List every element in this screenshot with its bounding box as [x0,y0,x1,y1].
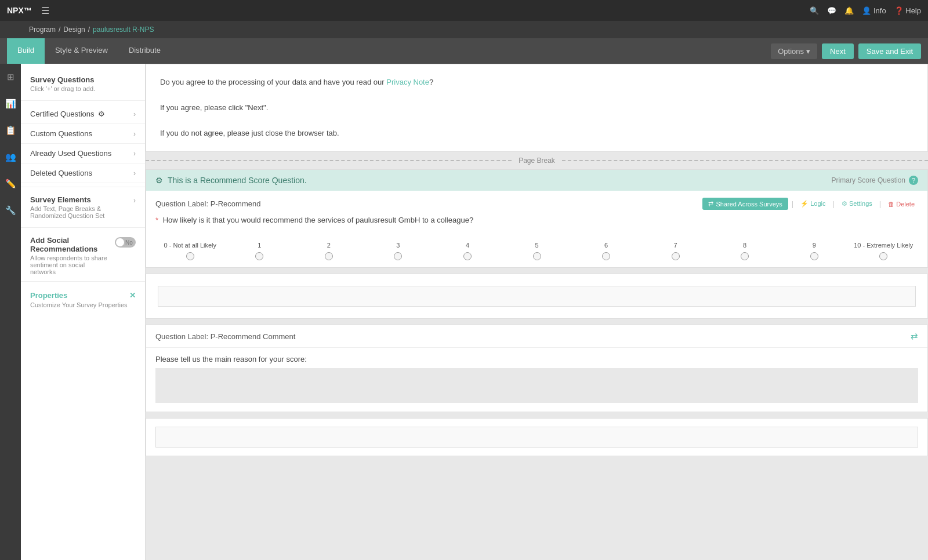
user-info[interactable]: 👤 Info [862,6,886,15]
nps-col-4: 4 [433,231,502,260]
comment-label: Question Label: P-Recommend Comment [155,332,295,341]
help-button[interactable]: ❓ Help [894,6,921,15]
sidebar-survey-questions-section: Survey Questions Click '+' or drag to ad… [21,71,145,97]
nps-label-0: 0 - Not at all Likely [164,231,216,249]
nps-col-0: 0 - Not at all Likely [155,231,225,260]
separator-2: | [833,199,835,208]
help-icon-nps[interactable]: ? [909,176,918,185]
nps-radio-3[interactable] [394,252,402,260]
chart-icon[interactable]: 📊 [0,95,21,112]
app-logo: NPX™ [7,6,32,15]
tabs: Build Style & Preview Distribute [7,38,171,64]
consent-block: Do you agree to the processing of your d… [146,64,928,152]
breadcrumb-sep-1: / [59,26,60,34]
bell-icon[interactable]: 🔔 [844,6,854,15]
nps-radio-0[interactable] [186,252,194,260]
tools-icon[interactable]: 🔧 [0,202,21,219]
comment-body: Please tell us the main reason for your … [146,348,927,412]
nps-radio-6[interactable] [602,252,610,260]
shared-across-surveys-button[interactable]: ⇄ Shared Across Surveys [702,198,788,210]
consent-text: Do you agree to the processing of your d… [160,76,913,140]
privacy-note-link[interactable]: Privacy Note [386,78,429,86]
nps-col-9: 9 [780,231,849,260]
tab-build[interactable]: Build [7,38,45,64]
nps-radio-7[interactable] [672,252,680,260]
comment-header: Question Label: P-Recommend Comment ⇄ [146,325,927,348]
question-header-right: Primary Score Question ? [832,176,918,185]
next-button[interactable]: Next [822,43,854,59]
comment-textarea[interactable] [155,368,918,403]
settings-icon: ⚙ [842,200,847,207]
home-icon[interactable]: ⊞ [0,68,21,86]
nps-radio-10[interactable] [879,252,887,260]
nps-label-4: 4 [466,231,469,249]
users-icon[interactable]: 👥 [0,148,21,166]
survey-questions-title: Survey Questions [30,75,136,84]
nps-scale: 0 - Not at all Likely 1 2 3 4 5 6 7 8 [155,231,918,260]
sidebar-item-certified[interactable]: Certified Questions ⚙ › [21,104,145,124]
sidebar-social-section: Add Social Recommendations Allow respond… [21,231,145,278]
separator-1: | [792,199,793,208]
deleted-label: Deleted Questions [30,169,92,177]
breadcrumb-design[interactable]: Design [63,26,85,34]
social-toggle[interactable]: No [115,237,136,248]
consent-line1: Do you agree to the processing of your d… [160,76,913,89]
nps-label-5: 5 [535,231,538,249]
list-icon[interactable]: 📋 [0,122,21,139]
settings-button[interactable]: ⚙ Settings [838,198,876,210]
trash-icon: 🗑 [888,201,894,208]
main-layout: ⊞ 📊 📋 👥 ✏️ 🔧 Survey Questions Click '+' … [0,64,928,560]
empty-input-1[interactable] [158,286,916,307]
tab-style-preview[interactable]: Style & Preview [45,38,118,64]
required-marker: * [155,216,158,224]
nps-label-9: 9 [813,231,816,249]
topbar-left: NPX™ ☰ [7,5,49,16]
save-exit-button[interactable]: Save and Exit [858,43,921,59]
nps-label-2: 2 [327,231,331,249]
question-actions: ⇄ Shared Across Surveys | ⚡ Logic | ⚙ Se… [702,198,918,210]
custom-label: Custom Questions [30,129,92,138]
chevron-right-icon-3: › [133,150,136,158]
share-icon: ⇄ [708,200,713,208]
chevron-right-icon-2: › [133,130,136,138]
nps-radio-8[interactable] [741,252,749,260]
question-header: ⚙ This is a Recommend Score Question. Pr… [146,170,927,191]
search-icon[interactable]: 🔍 [810,6,819,15]
extra-input-1[interactable] [155,427,918,448]
build-icon[interactable]: ✏️ [0,175,21,192]
tabbar-right: Options ▾ Next Save and Exit [771,43,921,59]
sidebar: Survey Questions Click '+' or drag to ad… [21,64,146,560]
content-area: Do you agree to the processing of your d… [146,64,928,560]
chevron-right-icon-4: › [133,169,136,177]
properties-title[interactable]: Properties ✕ [30,291,136,300]
gap-2 [146,319,928,325]
toggle-knob [116,238,124,246]
chat-icon[interactable]: 💬 [827,6,836,15]
nps-radio-1[interactable] [255,252,263,260]
nps-radio-2[interactable] [325,252,333,260]
options-button[interactable]: Options ▾ [771,43,817,59]
delete-button[interactable]: 🗑 Delete [884,198,918,210]
nps-col-5: 5 [502,231,572,260]
nps-label-3: 3 [396,231,400,249]
breadcrumb-sep-2: / [88,26,90,34]
consent-line3: If you do not agree, please just close t… [160,127,913,140]
sidebar-item-already-used[interactable]: Already Used Questions › [21,144,145,163]
sidebar-item-deleted[interactable]: Deleted Questions › [21,163,145,183]
breadcrumb-program[interactable]: Program [29,26,56,34]
topbar: NPX™ ☰ 🔍 💬 🔔 👤 Info ❓ Help [0,0,928,21]
hamburger-icon[interactable]: ☰ [41,5,49,16]
nps-radio-9[interactable] [810,252,818,260]
sidebar-item-custom[interactable]: Custom Questions › [21,124,145,144]
question-text: * How likely is it that you would recomm… [155,216,918,224]
nps-label-7: 7 [674,231,677,249]
nps-radio-5[interactable] [533,252,541,260]
share-button-comment[interactable]: ⇄ [911,331,918,341]
nps-radio-4[interactable] [463,252,472,260]
logic-button[interactable]: ⚡ Logic [797,198,829,210]
chevron-right-icon: › [133,110,136,118]
already-used-label: Already Used Questions [30,149,111,158]
social-title: Add Social Recommendations [30,236,110,253]
tab-distribute[interactable]: Distribute [118,38,171,64]
close-icon: ✕ [129,291,136,300]
